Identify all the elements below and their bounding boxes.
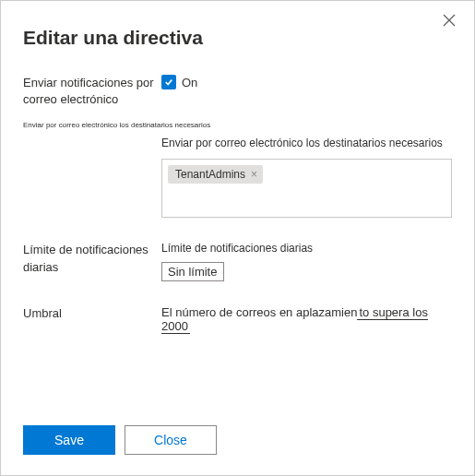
threshold-text-prefix: El número de correos en aplazamien: [161, 305, 357, 319]
email-notifications-label: Enviar notificaciones por correo electró…: [23, 75, 161, 108]
save-button[interactable]: Save: [23, 425, 115, 455]
remove-chip-icon[interactable]: ×: [251, 169, 257, 180]
close-button[interactable]: Close: [125, 425, 217, 455]
recipients-label: Enviar por correo electrónico los destin…: [161, 137, 452, 149]
checkbox-icon[interactable]: [161, 75, 176, 89]
dialog-title: Editar una directiva: [23, 27, 452, 49]
dialog-footer: Save Close: [23, 425, 217, 455]
recipient-chip: TenantAdmins ×: [168, 165, 263, 184]
row-daily-limit: Límite de notificaciones diarias Límite …: [23, 242, 452, 281]
daily-limit-label: Límite de notificaciones diarias: [23, 242, 161, 275]
close-icon[interactable]: [443, 14, 457, 29]
daily-limit-select[interactable]: Sin límite: [161, 262, 224, 281]
email-notifications-toggle: On: [161, 75, 197, 89]
row-recipients: Enviar por correo electrónico los destin…: [23, 137, 452, 218]
edit-policy-dialog: Editar una directiva Enviar notificacion…: [0, 0, 475, 476]
daily-limit-sublabel: Límite de notificaciones diarias: [161, 242, 452, 255]
save-button-label: Save: [54, 433, 84, 447]
daily-limit-value: Sin límite: [168, 265, 217, 279]
email-notifications-caption: Enviar por correo electrónico los destin…: [23, 121, 452, 129]
on-label: On: [182, 76, 197, 89]
row-threshold: Umbral El número de correos en aplazamie…: [23, 305, 452, 333]
row-email-notifications: Enviar notificaciones por correo electró…: [23, 75, 452, 108]
close-button-label: Close: [154, 433, 187, 447]
threshold-label: Umbral: [23, 305, 161, 322]
recipients-input[interactable]: TenantAdmins ×: [161, 159, 452, 218]
recipient-chip-label: TenantAdmins: [175, 168, 245, 181]
